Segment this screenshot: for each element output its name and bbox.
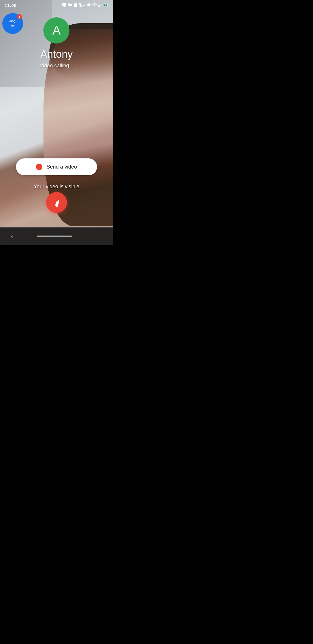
video-icon: [68, 3, 72, 7]
notification-label: Googl..: [8, 19, 18, 23]
home-pill[interactable]: [37, 236, 72, 237]
back-button[interactable]: ‹: [9, 231, 15, 242]
dot-icon: ●: [83, 3, 85, 7]
svg-rect-18: [108, 4, 108, 6]
svg-rect-10: [87, 4, 88, 6]
send-video-button[interactable]: Send a video: [16, 158, 97, 175]
svg-rect-1: [68, 3, 71, 6]
notification-bubble[interactable]: 1 Googl.. ☰: [2, 13, 23, 34]
end-call-button[interactable]: [46, 192, 67, 213]
vibrate-icon: [87, 3, 91, 8]
message-icon: [62, 3, 66, 8]
svg-rect-9: [88, 3, 90, 6]
svg-rect-13: [99, 5, 100, 7]
end-call-icon: [49, 195, 64, 210]
send-video-label: Send a video: [46, 164, 77, 170]
svg-rect-12: [98, 6, 99, 7]
record-dot-icon: [36, 164, 42, 170]
svg-rect-4: [75, 3, 77, 4]
notification-list-icon: ☰: [11, 23, 15, 28]
svg-rect-11: [90, 4, 91, 6]
call-status: Video calling...: [40, 63, 74, 69]
svg-rect-0: [62, 3, 66, 6]
contact-avatar: A: [43, 17, 70, 44]
screen: 11:00: [0, 0, 113, 245]
video-visible-text: Your video is visible: [34, 184, 79, 190]
svg-rect-14: [101, 4, 101, 7]
notification-badge: 1: [17, 14, 22, 19]
svg-rect-15: [102, 3, 102, 7]
status-bar: 11:00: [0, 0, 113, 10]
status-icons: ●: [62, 3, 108, 8]
navigation-bar: ‹: [0, 227, 113, 245]
mic-icon: [79, 3, 82, 8]
wifi-icon: [92, 3, 97, 8]
signal-icon: [98, 3, 102, 8]
contact-name: Antony: [40, 48, 73, 60]
avatar-letter: A: [52, 23, 61, 37]
status-time: 11:00: [5, 3, 17, 8]
battery-icon: [104, 3, 108, 7]
clipboard-icon: [74, 3, 77, 8]
contact-section: A Antony Video calling...: [40, 17, 74, 69]
